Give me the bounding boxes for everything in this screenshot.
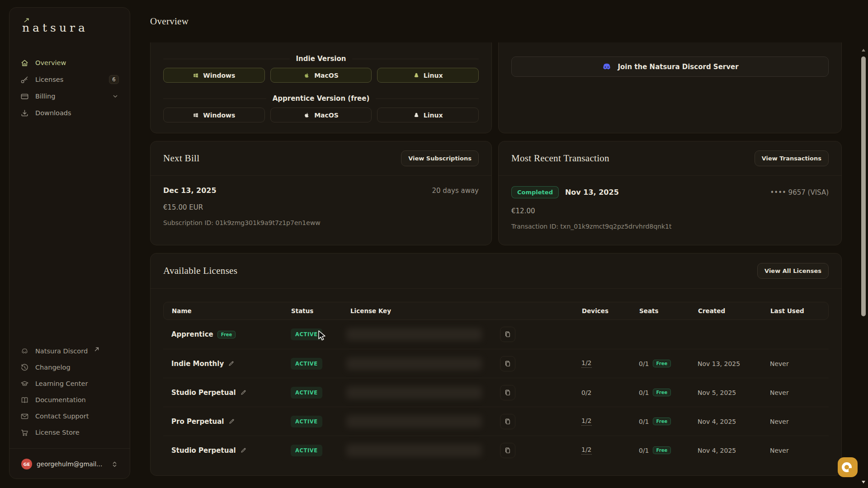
copy-license-key-button[interactable] bbox=[500, 443, 515, 458]
seats-value: 0/1 bbox=[639, 389, 649, 396]
history-icon bbox=[20, 363, 29, 372]
page-header: Overview bbox=[130, 0, 868, 42]
free-badge: Free bbox=[217, 331, 236, 338]
sidebar-item-downloads[interactable]: Downloads bbox=[20, 106, 119, 120]
license-key-redacted bbox=[346, 415, 482, 428]
table-row[interactable]: Indie Monthly ACTIVE 1/2 0/1 Free Nov 13… bbox=[163, 349, 829, 378]
seats-value: 0/1 bbox=[639, 418, 649, 425]
status-badge: ACTIVE bbox=[291, 445, 322, 456]
license-name: Pro Perpetual bbox=[171, 418, 224, 426]
available-licenses-card: Available Licenses View All Licenses Nam… bbox=[150, 253, 842, 476]
sidebar-item-documentation[interactable]: Documentation bbox=[20, 393, 119, 407]
license-key-redacted bbox=[346, 386, 482, 399]
edit-pencil-icon[interactable] bbox=[240, 447, 247, 454]
sidebar-item-billing[interactable]: Billing bbox=[20, 89, 119, 103]
download-windows-apprentice-button[interactable]: Windows bbox=[163, 108, 265, 122]
created-value: Nov 4, 2025 bbox=[698, 418, 736, 425]
column-header-name: Name bbox=[164, 307, 283, 314]
scroll-down-arrow-icon[interactable] bbox=[861, 480, 866, 484]
column-header-devices: Devices bbox=[573, 307, 630, 314]
windows-icon bbox=[193, 72, 199, 79]
column-header-created: Created bbox=[689, 307, 761, 314]
table-body: Apprentice Free ACTIVE bbox=[163, 320, 829, 465]
table-row[interactable]: Studio Perpetual ACTIVE 0/2 0/1 Free Nov… bbox=[163, 378, 829, 407]
sidebar-item-changelog[interactable]: Changelog bbox=[20, 361, 119, 374]
view-all-licenses-button[interactable]: View All Licenses bbox=[757, 263, 829, 279]
section-title-indie: Indie Version bbox=[163, 55, 479, 63]
table-row[interactable]: Studio Perpetual ACTIVE 1/2 0/1 Free Nov… bbox=[163, 436, 829, 465]
edit-pencil-icon[interactable] bbox=[228, 360, 235, 367]
cart-icon bbox=[20, 428, 29, 437]
sidebar-item-label: Documentation bbox=[35, 396, 86, 404]
sidebar: natsura Overview Licenses 6 Billing bbox=[9, 7, 130, 479]
recent-transaction-card: Most Recent Transaction View Transaction… bbox=[498, 141, 842, 245]
sidebar-item-label: Billing bbox=[35, 93, 55, 100]
download-linux-indie-button[interactable]: Linux bbox=[377, 68, 479, 83]
sidebar-item-contact-support[interactable]: Contact Support bbox=[20, 409, 119, 423]
apprentice-download-row: Windows MacOS Linux bbox=[163, 108, 479, 122]
up-down-icon bbox=[111, 460, 118, 468]
next-bill-date: Dec 13, 2025 bbox=[163, 186, 217, 195]
sidebar-item-label: Contact Support bbox=[35, 413, 89, 420]
sidebar-nav: Overview Licenses 6 Billing bbox=[20, 56, 119, 120]
next-bill-card: Next Bill View Subscriptions Dec 13, 202… bbox=[150, 141, 492, 245]
scrollbar-thumb[interactable] bbox=[861, 56, 866, 316]
sidebar-item-label: Changelog bbox=[35, 364, 71, 371]
section-title-apprentice: Apprentice Version (free) bbox=[163, 94, 479, 103]
next-bill-countdown: 20 days away bbox=[432, 187, 479, 195]
credit-card-icon bbox=[20, 92, 29, 101]
devices-value: 1/2 bbox=[581, 359, 592, 368]
card-title: Next Bill bbox=[163, 153, 199, 164]
sidebar-item-label: License Store bbox=[35, 429, 80, 436]
envelope-icon bbox=[20, 412, 29, 421]
copy-license-key-button[interactable] bbox=[500, 327, 515, 342]
license-key-redacted bbox=[346, 328, 482, 341]
sidebar-item-overview[interactable]: Overview bbox=[20, 56, 119, 70]
table-header: Name Status License Key Devices Seats Cr… bbox=[163, 302, 829, 320]
sidebar-item-licenses[interactable]: Licenses 6 bbox=[20, 73, 119, 86]
account-switcher[interactable]: GE georgehulm@gmail... bbox=[20, 451, 119, 470]
download-macos-apprentice-button[interactable]: MacOS bbox=[270, 108, 372, 122]
scroll-up-arrow-icon[interactable] bbox=[861, 48, 866, 52]
seat-free-badge: Free bbox=[653, 418, 671, 425]
edit-pencil-icon[interactable] bbox=[240, 389, 247, 396]
seat-free-badge: Free bbox=[653, 446, 671, 454]
home-icon bbox=[20, 58, 29, 67]
apple-icon bbox=[303, 72, 310, 79]
seats-value: 0/1 bbox=[639, 447, 649, 454]
view-transactions-button[interactable]: View Transactions bbox=[755, 150, 829, 166]
download-icon bbox=[20, 108, 29, 117]
account-email: georgehulm@gmail... bbox=[37, 460, 107, 468]
download-linux-apprentice-button[interactable]: Linux bbox=[377, 108, 479, 122]
key-icon bbox=[20, 75, 29, 84]
sidebar-item-natsura-discord[interactable]: Natsura Discord bbox=[20, 344, 119, 358]
copy-license-key-button[interactable] bbox=[500, 356, 515, 371]
license-key-redacted bbox=[346, 357, 482, 370]
edit-pencil-icon[interactable] bbox=[228, 418, 235, 425]
download-macos-indie-button[interactable]: MacOS bbox=[270, 68, 372, 83]
download-windows-indie-button[interactable]: Windows bbox=[163, 68, 265, 83]
table-row[interactable]: Pro Perpetual ACTIVE 1/2 0/1 Free Nov 4,… bbox=[163, 407, 829, 436]
chevron-down-icon bbox=[112, 93, 119, 100]
table-row[interactable]: Apprentice Free ACTIVE bbox=[163, 320, 829, 349]
last-used-value: Never bbox=[770, 389, 789, 396]
seat-free-badge: Free bbox=[653, 360, 671, 367]
scrollbar[interactable] bbox=[860, 42, 867, 488]
view-subscriptions-button[interactable]: View Subscriptions bbox=[401, 150, 479, 166]
copy-license-key-button[interactable] bbox=[500, 385, 515, 400]
discord-icon bbox=[20, 347, 29, 356]
sidebar-item-license-store[interactable]: License Store bbox=[20, 426, 119, 439]
last-used-value: Never bbox=[770, 447, 789, 454]
column-header-last-used: Last Used bbox=[761, 307, 830, 314]
chat-logo-notch bbox=[849, 468, 853, 472]
column-header-license-key: License Key bbox=[342, 307, 573, 314]
sidebar-item-learning-center[interactable]: Learning Center bbox=[20, 377, 119, 390]
next-bill-amount: €15.00 EUR bbox=[163, 203, 479, 211]
copy-license-key-button[interactable] bbox=[500, 414, 515, 429]
column-header-seats: Seats bbox=[630, 307, 689, 314]
join-discord-button[interactable]: Join the Natsura Discord Server bbox=[511, 56, 829, 77]
chat-launcher[interactable] bbox=[838, 457, 858, 477]
book-icon bbox=[20, 395, 29, 404]
discord-icon bbox=[601, 61, 612, 72]
transaction-amount: €12.00 bbox=[511, 207, 829, 215]
